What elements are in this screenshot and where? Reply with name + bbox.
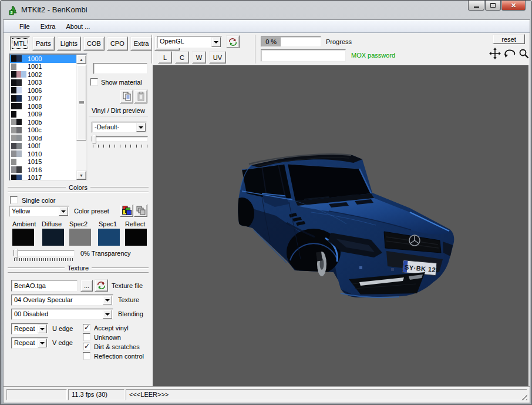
material-name-input[interactable] [94,63,147,73]
swatch-label-spec2: Spec2 [69,220,87,227]
material-list-item[interactable]: 100c [10,126,76,135]
chevron-down-icon[interactable] [103,310,112,319]
transparency-slider-thumb[interactable] [14,249,18,257]
single-color-checkbox[interactable] [10,196,18,204]
apply-color-preset-button[interactable] [120,204,133,217]
reset-button[interactable]: reset [493,34,525,44]
material-list-item[interactable]: 1001 [10,63,76,71]
material-list-item[interactable]: 100f [10,142,76,150]
swatch-ambient[interactable] [12,229,34,246]
swatch-spec2[interactable] [69,229,91,246]
material-list-item[interactable]: 1002 [10,71,76,79]
material-list-item[interactable]: 1009 [10,111,76,119]
paste-material-button[interactable] [134,89,147,103]
texture-file-field[interactable] [11,280,78,292]
mox-password-field[interactable] [261,49,346,62]
progress-bar: 0 % [261,36,321,47]
material-list-item[interactable]: 100d [10,134,76,142]
view-button-c[interactable]: C [175,51,189,63]
color-preset-select[interactable]: Yellow [9,206,69,217]
chevron-down-icon[interactable] [136,123,146,132]
texture-mode-select[interactable]: 04 Overlay Specular [11,294,113,306]
progress-chunk: 0 % [261,37,281,46]
scroll-thumb[interactable] [76,65,86,140]
transparency-slider-track[interactable] [14,250,75,256]
copy-material-button[interactable] [120,89,133,103]
chevron-down-icon[interactable] [38,324,47,333]
u-edge-select[interactable]: Repeat [11,323,48,334]
close-button[interactable]: ✕ [501,1,526,11]
maximize-icon [490,3,496,8]
chevron-down-icon[interactable] [103,296,112,304]
menu-item-file[interactable]: File [14,21,35,32]
material-id: 1001 [26,63,42,70]
material-list-item[interactable]: 1006 [10,86,76,95]
material-id: 1009 [26,111,42,118]
colors-section-header: Colors [8,184,149,191]
show-material-checkbox[interactable] [90,78,98,86]
gray-stack-icon [136,206,146,215]
material-id: 1003 [26,79,42,86]
material-id: 1002 [26,71,42,78]
vinyl-slider-track[interactable] [92,136,148,142]
material-list-item[interactable]: 1008 [10,102,76,111]
material-list-item[interactable]: 1007 [10,95,76,103]
chevron-down-icon[interactable] [38,339,47,347]
menu-item-about[interactable]: About ... [60,21,95,32]
material-id: 100f [26,142,40,149]
scroll-up-button[interactable]: ▲ [76,55,86,64]
mox-password-input[interactable] [261,50,345,61]
checkbox-unknown[interactable] [83,333,90,341]
v-edge-select[interactable]: Repeat [11,337,48,349]
vinyl-preset-select[interactable]: -Default- [92,122,147,133]
swatch-spec1[interactable] [98,229,120,246]
tab-lights[interactable]: Lights [57,36,81,51]
tab-cob[interactable]: COB [83,36,105,51]
zoom-tool-button[interactable] [518,47,530,60]
material-list-item[interactable]: 100b [10,118,76,126]
tab-mtl[interactable]: MTL [10,36,30,51]
material-list-item[interactable]: 1016 [10,166,76,174]
view-button-l[interactable]: L [158,51,172,63]
material-list-item[interactable]: 1000 [10,55,76,63]
title-bar[interactable]: 2 MTKit2 - BenKombi ✕ [1,1,531,18]
checkbox-accept-vinyl[interactable] [83,324,90,332]
material-list-item[interactable]: 1017 [10,174,76,182]
material-list-item[interactable]: 1015 [10,158,76,166]
viewport-canvas[interactable]: SY·BK 123 [153,65,528,386]
material-list-item[interactable]: 1010 [10,150,76,158]
checkbox-dirt-scratches[interactable] [83,343,90,350]
renderer-refresh-button[interactable] [226,35,240,48]
swatch-diffuse[interactable] [42,229,64,246]
rotate-tool-button[interactable] [503,47,517,60]
tab-extra[interactable]: Extra [130,36,153,51]
texture-file-input[interactable] [12,280,77,291]
swatch-reflect[interactable] [125,229,147,246]
copy-color-preset-button[interactable] [134,204,147,217]
material-list-item[interactable]: 1003 [10,79,76,87]
blending-select[interactable]: 00 Disabled [11,309,113,320]
browse-texture-button[interactable]: ... [80,280,93,292]
window-title: MTKit2 - BenKombi [21,5,87,14]
checkbox-label: Dirt & scratches [94,343,140,350]
vinyl-slider-thumb[interactable] [92,135,96,143]
material-list[interactable]: 10001001100210031006100710081009100b100c… [9,53,87,181]
material-name-field[interactable] [93,63,147,74]
scrollbar[interactable]: ▲ ▼ [76,55,86,180]
checkbox-reflection-control[interactable] [83,352,90,360]
view-button-uv[interactable]: UV [209,51,226,63]
divider [8,272,149,273]
view-button-w[interactable]: W [192,51,206,63]
minimize-button[interactable] [468,1,484,11]
vinyl-header-label: Vinyl / Dirt preview [92,107,145,114]
maximize-button[interactable] [485,1,501,11]
chevron-down-icon[interactable] [59,207,68,216]
scroll-down-button[interactable]: ▼ [76,170,86,180]
pan-tool-button[interactable] [489,47,501,60]
menu-item-extra[interactable]: Extra [35,21,61,32]
tab-parts[interactable]: Parts [32,36,55,51]
renderer-select[interactable]: OpenGL [157,36,222,48]
tab-cpo[interactable]: CPO [107,36,128,51]
chevron-down-icon[interactable] [211,37,221,47]
reload-texture-button[interactable] [95,279,108,292]
